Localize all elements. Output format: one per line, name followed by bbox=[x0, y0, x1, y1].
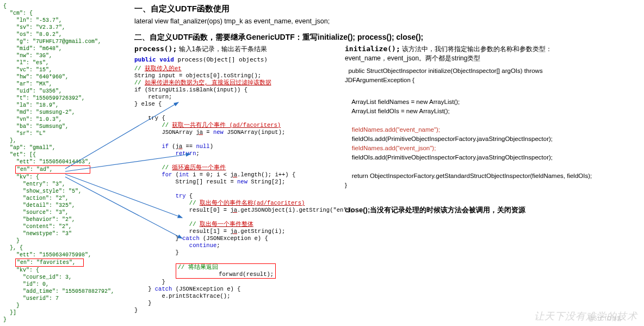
main-content: 一、自定义UDTF函数使用 lateral view flat_analizer… bbox=[134, 4, 640, 314]
section1-title: 一、自定义UDTF函数使用 bbox=[134, 4, 640, 14]
section2-title: 二、自定义UDTF函数，需要继承GenericUDTF：重写initialize… bbox=[134, 33, 640, 42]
init-code-block: ArrayList fieldNames = new ArrayList(); … bbox=[345, 88, 633, 190]
close-note: close();当没有记录处理的时候该方法会被调用，关闭资源 bbox=[345, 205, 633, 215]
watermark-attribution: @51CTO博客 bbox=[589, 315, 622, 323]
process-signature: public void process(Object[] objects) bbox=[134, 56, 338, 63]
initialize-column: initialize(); 该方法中，我们将指定输出参数的名称和参数类型： ev… bbox=[345, 45, 633, 314]
sql-example: lateral view flat_analizer(ops) tmp_k as… bbox=[134, 17, 640, 25]
process-heading: process(); 输入1条记录，输出若干条结果 bbox=[134, 45, 338, 54]
json-sample-panel: { "cm": { "ln": "-53.7", "sv": "V2.3.7",… bbox=[3, 3, 128, 323]
process-code-block: // 获取传入的et String input = objects[0].toS… bbox=[134, 65, 338, 314]
init-heading: initialize(); 该方法中，我们将指定输出参数的名称和参数类型： ev… bbox=[345, 45, 633, 63]
init-signature: public StructObjectInspector initialize(… bbox=[345, 66, 633, 85]
process-column: process(); 输入1条记录，输出若干条结果 public void pr… bbox=[134, 45, 338, 314]
